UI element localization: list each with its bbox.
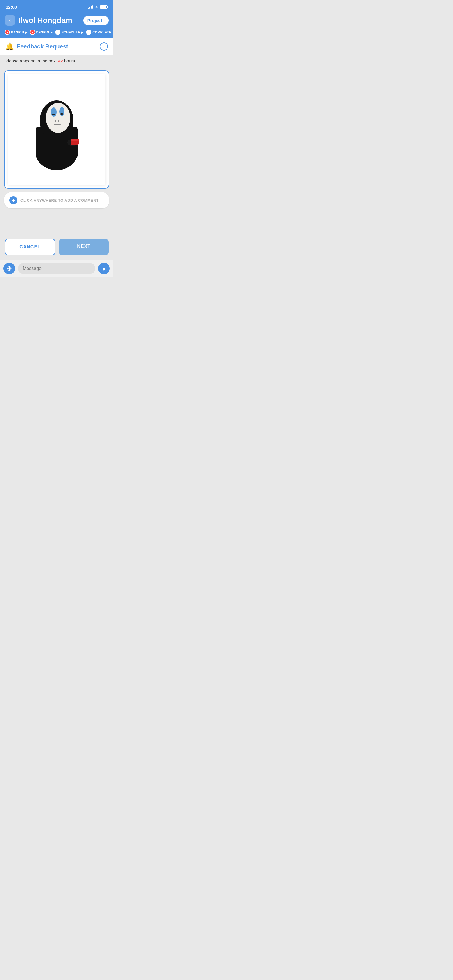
project-button[interactable]: Project › — [83, 16, 108, 25]
step-schedule-arrow: ▶ — [81, 31, 84, 34]
step-schedule-label: SCHEDULE — [62, 30, 80, 34]
status-icons: ∿ — [88, 5, 107, 9]
status-time: 12:00 — [6, 5, 17, 10]
response-notice-suffix: hours. — [63, 58, 76, 63]
message-bar: ⊕ ▶ — [0, 259, 113, 277]
response-hours: 42 — [58, 58, 63, 63]
back-button[interactable]: ‹ — [5, 15, 15, 25]
wifi-icon: ∿ — [95, 5, 99, 9]
step-complete[interactable]: COMPLETE — [86, 30, 111, 35]
status-bar: 12:00 ∿ — [0, 0, 113, 13]
add-comment-label: CLICK ANYWHERE TO ADD A COMMENT — [20, 198, 99, 203]
step-schedule-indicator — [55, 30, 61, 35]
image-frame[interactable] — [4, 70, 109, 189]
info-icon: i — [104, 44, 105, 49]
signal-icon — [88, 5, 93, 9]
image-inner — [8, 74, 105, 185]
step-design-indicator: ● — [30, 30, 35, 35]
step-design-label: DESIGN — [36, 30, 49, 34]
nav-header: ‹ Ilwol Hongdam Project › — [0, 13, 113, 30]
add-comment-button[interactable]: + CLICK ANYWHERE TO ADD A COMMENT — [4, 192, 109, 208]
action-buttons: CANCEL NEXT — [0, 235, 113, 259]
response-notice: Please respond in the next 42 hours. — [0, 55, 113, 67]
svg-point-4 — [51, 107, 57, 117]
send-icon: ▶ — [102, 266, 106, 271]
cancel-button-label: CANCEL — [19, 244, 41, 249]
bell-icon: 🔔 — [5, 42, 14, 51]
battery-icon — [100, 5, 107, 9]
feedback-card: 🔔 Feedback Request i — [0, 38, 113, 55]
step-schedule[interactable]: SCHEDULE ▶ — [55, 30, 84, 35]
svg-rect-7 — [61, 113, 63, 115]
message-send-button[interactable]: ▶ — [98, 263, 110, 274]
message-add-button[interactable]: ⊕ — [3, 263, 15, 274]
project-button-label: Project — [88, 18, 102, 23]
svg-point-3 — [46, 103, 70, 133]
project-chevron-icon: › — [104, 18, 105, 23]
step-basics-label: BASICS — [11, 30, 24, 34]
step-basics-indicator: ● — [5, 30, 10, 35]
step-design[interactable]: ● DESIGN ▶ — [30, 30, 53, 35]
response-notice-prefix: Please respond in the next — [5, 58, 58, 63]
svg-rect-9 — [58, 119, 59, 122]
info-button[interactable]: i — [100, 42, 108, 51]
add-comment-plus-icon: + — [9, 196, 18, 204]
back-arrow-icon: ‹ — [9, 18, 11, 24]
step-basics[interactable]: ● BASICS ▶ — [5, 30, 27, 35]
page-title: Ilwol Hongdam — [19, 16, 83, 25]
character-illustration — [27, 86, 86, 173]
svg-rect-6 — [52, 114, 55, 115]
svg-rect-13 — [70, 139, 79, 141]
next-button[interactable]: NEXT — [59, 239, 108, 255]
message-input[interactable] — [18, 263, 95, 274]
svg-rect-10 — [54, 124, 61, 125]
svg-rect-8 — [56, 119, 56, 122]
step-complete-indicator — [86, 30, 91, 35]
step-basics-arrow: ▶ — [25, 31, 27, 34]
spacer — [0, 211, 113, 235]
progress-steps: ● BASICS ▶ ● DESIGN ▶ SCHEDULE ▶ COMPLET… — [0, 30, 113, 38]
feedback-title: Feedback Request — [17, 43, 68, 50]
step-complete-label: COMPLETE — [93, 30, 111, 34]
step-design-arrow: ▶ — [51, 31, 53, 34]
cancel-button[interactable]: CANCEL — [5, 239, 56, 255]
next-button-label: NEXT — [77, 244, 91, 249]
feedback-card-left: 🔔 Feedback Request — [5, 42, 68, 51]
message-add-icon: ⊕ — [7, 265, 12, 272]
